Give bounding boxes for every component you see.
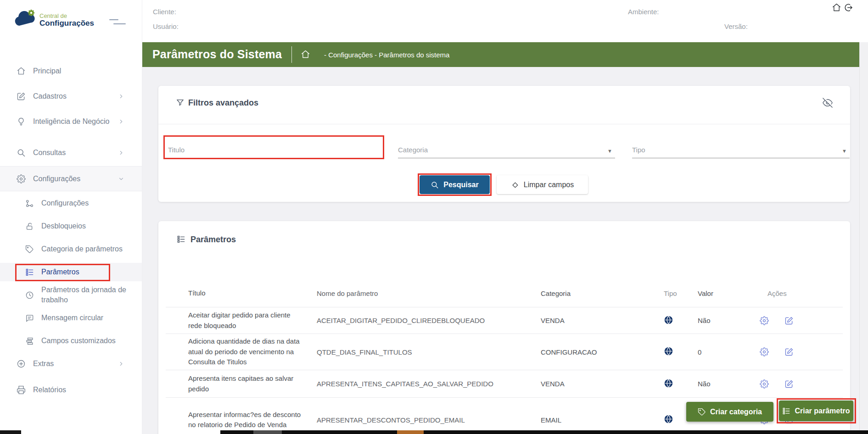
funnel-icon bbox=[176, 98, 185, 107]
client-label: Cliente: bbox=[153, 8, 176, 16]
sidebar-subitem-parametros[interactable]: Parâmetros bbox=[0, 263, 142, 281]
sidebar-item-consultas[interactable]: Consultas bbox=[0, 144, 142, 162]
page-title: Parâmetros do Sistema bbox=[152, 48, 282, 61]
globe-icon bbox=[664, 346, 673, 356]
categoria-select[interactable]: Categoria ▼ bbox=[398, 135, 615, 158]
table-header-row: Título Nome do parâmetro Categoria Tipo … bbox=[166, 280, 843, 307]
cell-nome: APRESENTAR_DESCONTOS_PEDIDO_EMAIL bbox=[302, 416, 541, 424]
filters-title: Filtros avançados bbox=[188, 98, 258, 108]
create-category-button[interactable]: Criar categoria bbox=[686, 402, 773, 422]
table-row: Adiciona quantidade de dias na data atua… bbox=[166, 334, 843, 370]
taskbar-sliver bbox=[0, 430, 21, 434]
sidebar-item-principal[interactable]: Principal bbox=[0, 62, 142, 80]
cell-valor: Não bbox=[698, 380, 760, 388]
advanced-filters-card: Filtros avançados Categoria ▼ Tipo ▼ Pes… bbox=[158, 86, 850, 202]
breadcrumb-home-icon[interactable] bbox=[301, 50, 310, 59]
row-settings-icon[interactable] bbox=[760, 347, 769, 356]
row-settings-icon[interactable] bbox=[760, 379, 769, 389]
sidebar-item-label: Consultas bbox=[33, 148, 114, 158]
cell-titulo: Apresenta itens capitaes ao salvar pedid… bbox=[166, 373, 302, 394]
chevron-right-icon bbox=[118, 93, 124, 100]
titulo-input[interactable] bbox=[168, 146, 383, 158]
sidebar-item-relatorios[interactable]: Relatórios bbox=[0, 381, 142, 399]
home-icon[interactable] bbox=[832, 3, 841, 12]
sidebar-item-label: Configurações bbox=[33, 174, 114, 184]
sidebar-subitem-parametros-jornada[interactable]: Parâmetros da jornada de trabalho bbox=[0, 284, 142, 306]
plus-circle-icon bbox=[17, 359, 26, 368]
lightbulb-icon bbox=[17, 117, 26, 126]
cell-nome: QTDE_DIAS_FINAL_TITULOS bbox=[302, 348, 541, 356]
sidebar-subitem-categoria-de-parametros[interactable]: Categoria de parâmetros bbox=[0, 238, 142, 261]
header-divider bbox=[291, 46, 292, 63]
sidebar-item-label: Categoria de parâmetros bbox=[41, 244, 128, 254]
search-icon bbox=[17, 148, 26, 157]
titulo-field[interactable] bbox=[168, 135, 383, 158]
logo-text-line2: Configurações bbox=[39, 19, 94, 28]
diamond-clean-icon bbox=[511, 181, 519, 189]
sidebar-item-label: Extras bbox=[33, 359, 114, 369]
sidebar-subitem-configuracoes[interactable]: Configurações bbox=[0, 194, 142, 212]
chevron-right-icon bbox=[118, 361, 124, 367]
list-icon bbox=[25, 268, 34, 277]
sidebar-item-cadastros[interactable]: Cadastros bbox=[0, 87, 142, 106]
home-icon bbox=[17, 67, 26, 76]
row-edit-icon[interactable] bbox=[784, 316, 794, 325]
clock-icon bbox=[25, 291, 34, 300]
sidebar-subitem-campos-customizados[interactable]: Campos customizados bbox=[0, 332, 142, 350]
clear-fields-button[interactable]: Limpar campos bbox=[497, 175, 588, 194]
gear-icon bbox=[17, 174, 26, 184]
sidebar-item-inteligencia[interactable]: Inteligência de Negócio bbox=[0, 110, 142, 133]
column-header-acoes: Ações bbox=[760, 289, 843, 297]
hide-filters-icon[interactable] bbox=[823, 98, 833, 108]
chevron-down-icon bbox=[118, 176, 124, 182]
message-icon bbox=[25, 314, 34, 323]
search-icon bbox=[431, 181, 439, 189]
cell-categoria: VENDA bbox=[541, 380, 664, 388]
sidebar-subitem-mensagem-circular[interactable]: Mensagem circular bbox=[0, 309, 142, 327]
row-settings-icon[interactable] bbox=[760, 316, 769, 325]
globe-icon bbox=[664, 414, 673, 424]
cell-valor: Não bbox=[698, 317, 760, 324]
sidebar-item-label: Mensagem circular bbox=[41, 313, 128, 323]
dropdown-arrow-icon: ▼ bbox=[842, 148, 847, 154]
column-header-valor: Valor bbox=[698, 289, 760, 297]
column-header-nome: Nome do parâmetro bbox=[302, 289, 541, 297]
sidebar-item-label: Campos customizados bbox=[41, 336, 128, 346]
sidebar-subitem-desbloqueios[interactable]: Desbloqueios bbox=[0, 217, 142, 235]
sidebar-item-configuracoes[interactable]: Configurações bbox=[0, 166, 142, 191]
tipo-placeholder: Tipo bbox=[632, 146, 645, 158]
stack-icon bbox=[25, 337, 34, 345]
topbar: Cliente: Usuário: Ambiente: Versão: bbox=[142, 0, 868, 42]
cell-categoria: VENDA bbox=[541, 317, 664, 324]
create-parameter-button[interactable]: Criar parâmetro bbox=[779, 401, 853, 421]
taskbar-segment bbox=[397, 430, 424, 434]
table-row: Aceitar digitar pedido para cliente rede… bbox=[166, 307, 843, 334]
list-icon bbox=[782, 407, 790, 415]
sidebar-item-extras[interactable]: Extras bbox=[0, 355, 142, 373]
vertical-scrollbar[interactable] bbox=[859, 42, 868, 434]
search-button[interactable]: Pesquisar bbox=[420, 175, 490, 194]
version-label: Versão: bbox=[724, 22, 748, 30]
logout-icon[interactable] bbox=[844, 3, 853, 12]
tipo-select[interactable]: Tipo ▼ bbox=[632, 135, 850, 158]
sidebar: Central de Configurações Principal Cadas… bbox=[0, 0, 142, 434]
list-icon bbox=[177, 235, 185, 244]
tag-icon bbox=[698, 408, 706, 416]
column-header-titulo: Título bbox=[166, 288, 302, 299]
sidebar-item-label: Parâmetros da jornada de trabalho bbox=[41, 285, 128, 305]
sidebar-item-label: Desbloqueios bbox=[41, 221, 128, 231]
categoria-placeholder: Categoria bbox=[398, 146, 428, 158]
search-button-label: Pesquisar bbox=[443, 181, 478, 189]
menu-toggle-icon[interactable] bbox=[109, 19, 126, 26]
globe-icon bbox=[664, 378, 673, 388]
parameters-title: Parâmetros bbox=[190, 235, 236, 245]
edit-icon bbox=[17, 92, 26, 101]
column-header-tipo: Tipo bbox=[664, 289, 698, 297]
cell-titulo: Apresentar informac?es de desconto no re… bbox=[166, 410, 302, 430]
cell-titulo: Adiciona quantidade de dias na data atua… bbox=[166, 336, 302, 367]
tag-icon bbox=[25, 245, 34, 254]
logo-text-line1: Central de bbox=[39, 12, 67, 19]
row-edit-icon[interactable] bbox=[784, 347, 794, 356]
app-logo-cloud-icon bbox=[13, 8, 39, 28]
row-edit-icon[interactable] bbox=[784, 379, 794, 389]
